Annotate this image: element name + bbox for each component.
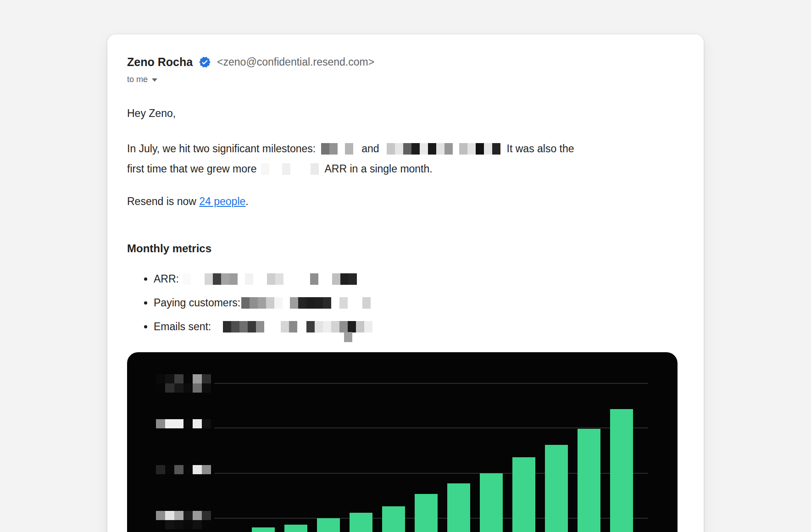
- email-card: Zeno Rocha <zeno@confidential.resend.com…: [107, 34, 704, 532]
- chart-axis-label-redacted: [156, 465, 211, 474]
- email-content: Zeno Rocha <zeno@confidential.resend.com…: [107, 34, 704, 532]
- metric-label-arr: ARR:: [154, 273, 179, 285]
- chart-bar: [350, 513, 372, 532]
- chart-bar: [545, 445, 568, 532]
- chart-axis-label-redacted: [156, 374, 211, 393]
- chart-bar: [480, 473, 503, 532]
- milestones-tail-text: It was also the: [507, 143, 574, 155]
- redacted-emails-sent-value: [211, 321, 372, 332]
- chart-bar: [578, 429, 600, 532]
- chart-bar: [382, 506, 405, 532]
- milestones-intro-text: In July, we hit two significant mileston…: [127, 143, 316, 155]
- verified-badge-icon: [199, 56, 211, 68]
- chevron-down-icon: [152, 78, 157, 82]
- chart-gridline: [214, 427, 648, 428]
- arr-month-text: ARR in a single month.: [324, 163, 432, 175]
- chart-bar: [284, 525, 307, 532]
- greeting-text: Hey Zeno,: [127, 106, 684, 120]
- paragraph-milestones: In July, we hit two significant mileston…: [127, 139, 684, 179]
- grew-more-text: first time that we grew more: [127, 163, 256, 175]
- chart-bar: [610, 409, 633, 532]
- chart-axis-label-redacted: [156, 511, 211, 529]
- growth-chart: [127, 352, 678, 532]
- metric-label-paying-customers: Paying customers:: [154, 297, 240, 309]
- recipient-dropdown[interactable]: to me: [127, 73, 178, 85]
- metric-item-arr: ARR:: [154, 267, 684, 291]
- redacted-arr-growth: [261, 163, 319, 175]
- redacted-milestone-1: [321, 143, 353, 155]
- redacted-milestone-2: [387, 143, 500, 155]
- metrics-heading: Monthly metrics: [127, 241, 684, 256]
- metrics-list: ARR: Paying customers: Emails sent:: [127, 267, 684, 338]
- sender-address: <zeno@confidential.resend.com>: [217, 56, 374, 68]
- chart-bar: [512, 457, 535, 532]
- desktop-background: { "colors": { "accent_green": "#3dd68c",…: [0, 0, 811, 532]
- metric-item-paying-customers: Paying customers:: [154, 291, 684, 315]
- sender-name[interactable]: Zeno Rocha: [127, 55, 193, 69]
- redacted-arr-value: [179, 273, 357, 285]
- chart-bar: [447, 483, 470, 532]
- chart-bar: [415, 494, 438, 532]
- paragraph-headcount: Resend is now 24 people.: [127, 194, 684, 208]
- chart-bar: [252, 527, 275, 532]
- metric-label-emails-sent: Emails sent:: [154, 321, 211, 332]
- redacted-pixel-descender: [344, 332, 352, 342]
- resend-now-text: Resend is now: [127, 195, 196, 207]
- and-text: and: [361, 143, 379, 155]
- chart-gridline: [214, 383, 648, 384]
- chart-axis-label-redacted: [156, 419, 211, 428]
- chart-bar: [317, 518, 340, 532]
- redacted-paying-customers-value: [240, 297, 371, 309]
- period-text: .: [245, 195, 248, 207]
- people-count-link[interactable]: 24 people: [199, 195, 245, 207]
- metric-item-emails-sent: Emails sent:: [154, 315, 684, 338]
- email-header: Zeno Rocha <zeno@confidential.resend.com…: [127, 55, 684, 69]
- recipient-label: to me: [127, 75, 148, 84]
